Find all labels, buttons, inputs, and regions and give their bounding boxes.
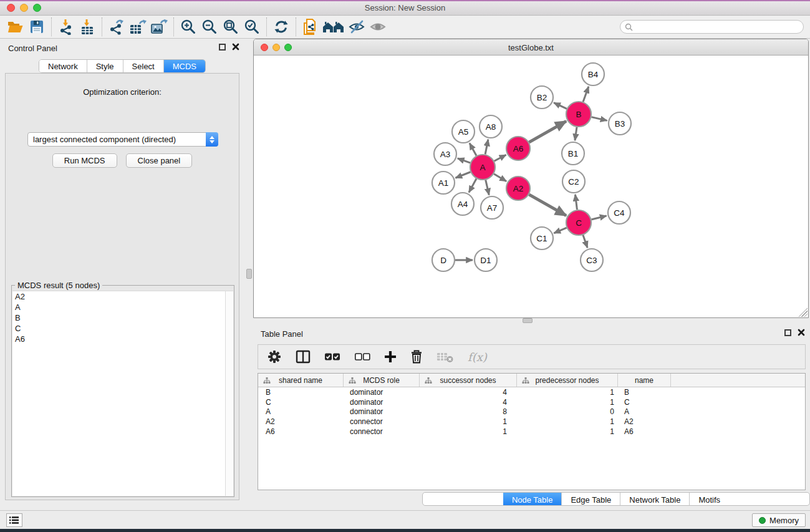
graph-edge[interactable]	[529, 121, 566, 142]
window-resize-grip[interactable]	[799, 308, 808, 317]
tab-motifs[interactable]: Motifs	[690, 493, 729, 506]
graph-node[interactable]: D1	[475, 249, 497, 271]
table-cell[interactable]: 1	[420, 427, 517, 436]
mcds-result-item[interactable]: A	[12, 302, 233, 312]
table-cell[interactable]: 1	[517, 388, 618, 397]
graph-node[interactable]: B	[566, 102, 591, 127]
import-table-icon[interactable]	[77, 17, 98, 37]
close-panel-button[interactable]: Close panel	[126, 153, 193, 168]
table-cell[interactable]: B	[618, 388, 671, 397]
table-cell[interactable]: connector	[344, 427, 420, 436]
save-session-icon[interactable]	[26, 17, 47, 37]
tab-network[interactable]: Network	[39, 60, 87, 72]
tab-node-table[interactable]: Node Table	[503, 493, 562, 506]
table-cell[interactable]: 1	[517, 417, 618, 426]
close-table-panel-icon[interactable]	[798, 329, 805, 336]
table-cell[interactable]: B	[258, 388, 344, 397]
graph-node[interactable]: C4	[608, 201, 630, 224]
graph-node[interactable]: B2	[531, 86, 553, 109]
graph-edge[interactable]	[486, 180, 489, 195]
graph-edge[interactable]	[554, 103, 567, 109]
table-options-gear-icon[interactable]	[267, 349, 282, 364]
show-task-history-button[interactable]	[6, 513, 22, 527]
table-cell[interactable]: A2	[618, 417, 671, 426]
import-network-icon[interactable]	[55, 17, 77, 37]
run-mcds-button[interactable]: Run MCDS	[52, 153, 117, 168]
zoom-selected-icon[interactable]	[241, 17, 263, 37]
graph-node[interactable]: A8	[480, 115, 502, 138]
table-cell[interactable]: dominator	[344, 388, 420, 397]
float-panel-icon[interactable]	[219, 44, 226, 51]
graph-node[interactable]: D	[432, 249, 455, 271]
table-cell[interactable]: 1	[420, 417, 517, 426]
graph-node[interactable]: B1	[562, 142, 584, 165]
graph-edge[interactable]	[494, 174, 506, 181]
network-canvas[interactable]: B4B2BB3A8A5A6A3B1AA1C2A2A4A7C4CC1C3DD1	[254, 56, 808, 317]
graph-edge[interactable]	[456, 172, 471, 178]
table-cell[interactable]: C	[618, 398, 671, 407]
table-cell[interactable]: 4	[420, 388, 517, 397]
vertical-split-handle[interactable]	[523, 318, 533, 323]
mcds-list-scrollbar[interactable]	[225, 291, 233, 496]
table-cell[interactable]: 1	[517, 427, 618, 436]
delete-table-icon[interactable]	[436, 351, 454, 363]
graph-node[interactable]: A	[470, 155, 495, 180]
column-header[interactable]: shared name	[258, 374, 344, 387]
table-row[interactable]: A6connector11A6	[258, 427, 805, 437]
export-image-icon[interactable]	[148, 17, 170, 37]
hide-panels-icon[interactable]	[346, 17, 367, 37]
horizontal-split-handle[interactable]	[246, 269, 252, 279]
graph-edge[interactable]	[554, 228, 566, 233]
graph-node[interactable]: A3	[434, 143, 456, 165]
table-cell[interactable]: A	[618, 407, 671, 416]
graph-node[interactable]: A4	[451, 193, 474, 215]
graph-edge[interactable]	[583, 87, 589, 102]
table-row[interactable]: Adominator80A	[258, 407, 805, 417]
graph-node[interactable]: A6	[506, 137, 530, 160]
tab-select[interactable]: Select	[123, 60, 164, 72]
search-input[interactable]	[633, 22, 803, 31]
graph-edge[interactable]	[591, 117, 607, 121]
table-cell[interactable]: dominator	[344, 398, 420, 407]
graph-node[interactable]: C2	[562, 170, 585, 193]
graph-edge[interactable]	[470, 143, 476, 155]
mcds-result-item[interactable]: B	[12, 312, 233, 323]
zoom-in-icon[interactable]	[178, 17, 199, 37]
graph-node[interactable]: C	[566, 210, 591, 235]
graph-edge[interactable]	[576, 195, 577, 210]
graph-node[interactable]: A1	[432, 172, 455, 194]
mcds-result-item[interactable]: A2	[12, 291, 233, 302]
graph-edge[interactable]	[458, 158, 470, 163]
graph-node[interactable]: C3	[581, 249, 603, 271]
node-table[interactable]: shared nameMCDS rolesuccessor nodesprede…	[258, 373, 806, 490]
network-window-titlebar[interactable]: testGlobe.txt	[254, 39, 808, 56]
graph-edge[interactable]	[575, 127, 577, 140]
unselect-all-columns-icon[interactable]	[354, 352, 370, 362]
graph-edge[interactable]	[583, 235, 587, 248]
table-cell[interactable]: A6	[618, 427, 671, 436]
graph-edge[interactable]	[591, 216, 606, 220]
home-layout-icon[interactable]	[321, 17, 346, 37]
table-row[interactable]: Bdominator41B	[258, 387, 805, 397]
float-table-panel-icon[interactable]	[784, 329, 791, 336]
table-cell[interactable]: 1	[517, 398, 618, 407]
delete-column-trash-icon[interactable]	[410, 350, 423, 364]
open-session-icon[interactable]	[5, 17, 26, 37]
graph-edge[interactable]	[469, 178, 476, 192]
graph-node[interactable]: B4	[582, 63, 604, 85]
table-cell[interactable]: A2	[258, 417, 344, 426]
table-cell[interactable]: A	[258, 407, 344, 416]
zoom-out-icon[interactable]	[199, 17, 220, 37]
graph-edge[interactable]	[485, 140, 488, 155]
select-all-columns-icon[interactable]	[324, 352, 340, 362]
table-cell[interactable]: connector	[344, 417, 420, 426]
close-panel-icon[interactable]	[232, 43, 239, 51]
export-network-icon[interactable]	[106, 17, 127, 37]
table-cell[interactable]: 0	[517, 407, 618, 416]
column-header[interactable]: successor nodes	[420, 374, 517, 387]
refresh-icon[interactable]	[271, 17, 292, 37]
table-cell[interactable]: 4	[420, 398, 517, 407]
tab-mcds[interactable]: MCDS	[164, 60, 205, 72]
mcds-result-item[interactable]: A6	[12, 334, 233, 344]
function-builder-icon[interactable]: f(x)	[468, 351, 487, 364]
